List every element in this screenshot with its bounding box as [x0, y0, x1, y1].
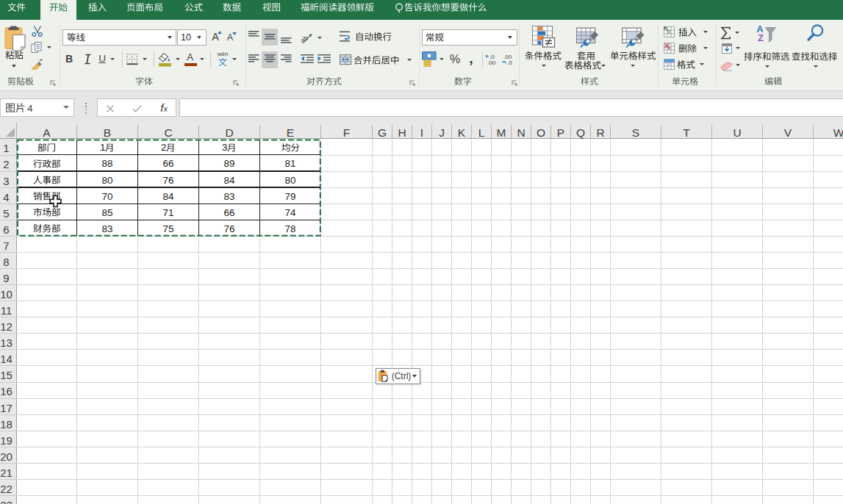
svg-text:ab: ab: [301, 34, 309, 45]
svg-text:.0: .0: [507, 60, 512, 65]
svg-text:.00: .00: [487, 60, 496, 65]
